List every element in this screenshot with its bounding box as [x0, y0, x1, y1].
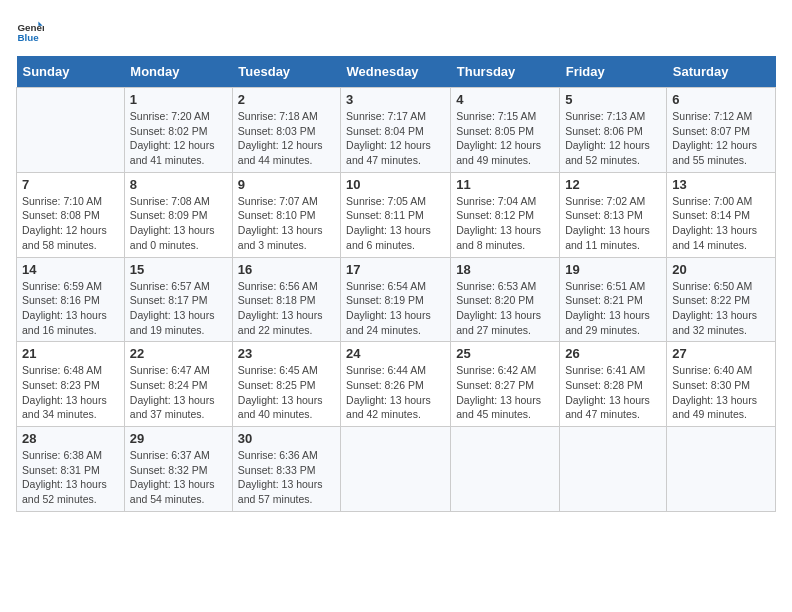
day-number: 30	[238, 431, 335, 446]
calendar-cell: 12Sunrise: 7:02 AMSunset: 8:13 PMDayligh…	[560, 172, 667, 257]
day-info: Sunrise: 6:38 AMSunset: 8:31 PMDaylight:…	[22, 448, 119, 507]
day-number: 29	[130, 431, 227, 446]
calendar-cell: 16Sunrise: 6:56 AMSunset: 8:18 PMDayligh…	[232, 257, 340, 342]
day-number: 3	[346, 92, 445, 107]
day-number: 6	[672, 92, 770, 107]
day-info: Sunrise: 7:18 AMSunset: 8:03 PMDaylight:…	[238, 109, 335, 168]
day-info: Sunrise: 7:05 AMSunset: 8:11 PMDaylight:…	[346, 194, 445, 253]
day-info: Sunrise: 7:04 AMSunset: 8:12 PMDaylight:…	[456, 194, 554, 253]
calendar-cell: 3Sunrise: 7:17 AMSunset: 8:04 PMDaylight…	[341, 88, 451, 173]
day-info: Sunrise: 7:02 AMSunset: 8:13 PMDaylight:…	[565, 194, 661, 253]
day-info: Sunrise: 7:13 AMSunset: 8:06 PMDaylight:…	[565, 109, 661, 168]
day-number: 1	[130, 92, 227, 107]
day-number: 4	[456, 92, 554, 107]
calendar-cell: 30Sunrise: 6:36 AMSunset: 8:33 PMDayligh…	[232, 427, 340, 512]
day-info: Sunrise: 6:45 AMSunset: 8:25 PMDaylight:…	[238, 363, 335, 422]
day-number: 11	[456, 177, 554, 192]
calendar-cell: 9Sunrise: 7:07 AMSunset: 8:10 PMDaylight…	[232, 172, 340, 257]
day-number: 14	[22, 262, 119, 277]
day-number: 13	[672, 177, 770, 192]
calendar-cell	[341, 427, 451, 512]
day-info: Sunrise: 6:47 AMSunset: 8:24 PMDaylight:…	[130, 363, 227, 422]
day-info: Sunrise: 7:00 AMSunset: 8:14 PMDaylight:…	[672, 194, 770, 253]
header: General Blue	[16, 16, 776, 44]
logo-icon: General Blue	[16, 16, 44, 44]
day-info: Sunrise: 7:07 AMSunset: 8:10 PMDaylight:…	[238, 194, 335, 253]
calendar-table: SundayMondayTuesdayWednesdayThursdayFrid…	[16, 56, 776, 512]
calendar-cell: 1Sunrise: 7:20 AMSunset: 8:02 PMDaylight…	[124, 88, 232, 173]
calendar-cell: 19Sunrise: 6:51 AMSunset: 8:21 PMDayligh…	[560, 257, 667, 342]
day-number: 10	[346, 177, 445, 192]
day-number: 18	[456, 262, 554, 277]
day-number: 20	[672, 262, 770, 277]
week-row-1: 1Sunrise: 7:20 AMSunset: 8:02 PMDaylight…	[17, 88, 776, 173]
calendar-cell: 5Sunrise: 7:13 AMSunset: 8:06 PMDaylight…	[560, 88, 667, 173]
calendar-cell: 7Sunrise: 7:10 AMSunset: 8:08 PMDaylight…	[17, 172, 125, 257]
week-row-4: 21Sunrise: 6:48 AMSunset: 8:23 PMDayligh…	[17, 342, 776, 427]
day-info: Sunrise: 7:17 AMSunset: 8:04 PMDaylight:…	[346, 109, 445, 168]
week-row-3: 14Sunrise: 6:59 AMSunset: 8:16 PMDayligh…	[17, 257, 776, 342]
calendar-cell	[17, 88, 125, 173]
day-number: 21	[22, 346, 119, 361]
day-number: 15	[130, 262, 227, 277]
day-number: 22	[130, 346, 227, 361]
day-info: Sunrise: 6:40 AMSunset: 8:30 PMDaylight:…	[672, 363, 770, 422]
calendar-cell: 21Sunrise: 6:48 AMSunset: 8:23 PMDayligh…	[17, 342, 125, 427]
day-info: Sunrise: 6:50 AMSunset: 8:22 PMDaylight:…	[672, 279, 770, 338]
day-number: 17	[346, 262, 445, 277]
day-info: Sunrise: 7:20 AMSunset: 8:02 PMDaylight:…	[130, 109, 227, 168]
calendar-cell	[451, 427, 560, 512]
day-number: 5	[565, 92, 661, 107]
day-number: 27	[672, 346, 770, 361]
weekday-header-wednesday: Wednesday	[341, 56, 451, 88]
day-number: 23	[238, 346, 335, 361]
day-number: 8	[130, 177, 227, 192]
day-info: Sunrise: 6:59 AMSunset: 8:16 PMDaylight:…	[22, 279, 119, 338]
weekday-header-friday: Friday	[560, 56, 667, 88]
calendar-cell: 24Sunrise: 6:44 AMSunset: 8:26 PMDayligh…	[341, 342, 451, 427]
day-info: Sunrise: 7:08 AMSunset: 8:09 PMDaylight:…	[130, 194, 227, 253]
day-info: Sunrise: 6:54 AMSunset: 8:19 PMDaylight:…	[346, 279, 445, 338]
calendar-cell: 20Sunrise: 6:50 AMSunset: 8:22 PMDayligh…	[667, 257, 776, 342]
calendar-cell: 22Sunrise: 6:47 AMSunset: 8:24 PMDayligh…	[124, 342, 232, 427]
day-info: Sunrise: 7:10 AMSunset: 8:08 PMDaylight:…	[22, 194, 119, 253]
calendar-cell: 11Sunrise: 7:04 AMSunset: 8:12 PMDayligh…	[451, 172, 560, 257]
day-info: Sunrise: 7:15 AMSunset: 8:05 PMDaylight:…	[456, 109, 554, 168]
calendar-cell: 25Sunrise: 6:42 AMSunset: 8:27 PMDayligh…	[451, 342, 560, 427]
day-number: 12	[565, 177, 661, 192]
calendar-cell	[667, 427, 776, 512]
calendar-cell: 4Sunrise: 7:15 AMSunset: 8:05 PMDaylight…	[451, 88, 560, 173]
day-info: Sunrise: 6:37 AMSunset: 8:32 PMDaylight:…	[130, 448, 227, 507]
day-number: 16	[238, 262, 335, 277]
day-info: Sunrise: 7:12 AMSunset: 8:07 PMDaylight:…	[672, 109, 770, 168]
calendar-cell: 26Sunrise: 6:41 AMSunset: 8:28 PMDayligh…	[560, 342, 667, 427]
calendar-cell: 14Sunrise: 6:59 AMSunset: 8:16 PMDayligh…	[17, 257, 125, 342]
calendar-cell: 27Sunrise: 6:40 AMSunset: 8:30 PMDayligh…	[667, 342, 776, 427]
week-row-2: 7Sunrise: 7:10 AMSunset: 8:08 PMDaylight…	[17, 172, 776, 257]
calendar-cell: 17Sunrise: 6:54 AMSunset: 8:19 PMDayligh…	[341, 257, 451, 342]
day-info: Sunrise: 6:57 AMSunset: 8:17 PMDaylight:…	[130, 279, 227, 338]
day-number: 7	[22, 177, 119, 192]
weekday-header-monday: Monday	[124, 56, 232, 88]
day-info: Sunrise: 6:53 AMSunset: 8:20 PMDaylight:…	[456, 279, 554, 338]
day-info: Sunrise: 6:51 AMSunset: 8:21 PMDaylight:…	[565, 279, 661, 338]
calendar-cell: 18Sunrise: 6:53 AMSunset: 8:20 PMDayligh…	[451, 257, 560, 342]
calendar-cell: 6Sunrise: 7:12 AMSunset: 8:07 PMDaylight…	[667, 88, 776, 173]
calendar-cell: 2Sunrise: 7:18 AMSunset: 8:03 PMDaylight…	[232, 88, 340, 173]
weekday-header-saturday: Saturday	[667, 56, 776, 88]
weekday-header-thursday: Thursday	[451, 56, 560, 88]
day-number: 19	[565, 262, 661, 277]
calendar-cell: 15Sunrise: 6:57 AMSunset: 8:17 PMDayligh…	[124, 257, 232, 342]
calendar-cell: 10Sunrise: 7:05 AMSunset: 8:11 PMDayligh…	[341, 172, 451, 257]
calendar-cell: 28Sunrise: 6:38 AMSunset: 8:31 PMDayligh…	[17, 427, 125, 512]
calendar-cell: 29Sunrise: 6:37 AMSunset: 8:32 PMDayligh…	[124, 427, 232, 512]
calendar-cell	[560, 427, 667, 512]
logo: General Blue	[16, 16, 48, 44]
day-info: Sunrise: 6:44 AMSunset: 8:26 PMDaylight:…	[346, 363, 445, 422]
day-number: 26	[565, 346, 661, 361]
svg-text:Blue: Blue	[17, 32, 39, 43]
day-number: 9	[238, 177, 335, 192]
day-info: Sunrise: 6:36 AMSunset: 8:33 PMDaylight:…	[238, 448, 335, 507]
day-info: Sunrise: 6:48 AMSunset: 8:23 PMDaylight:…	[22, 363, 119, 422]
day-info: Sunrise: 6:56 AMSunset: 8:18 PMDaylight:…	[238, 279, 335, 338]
